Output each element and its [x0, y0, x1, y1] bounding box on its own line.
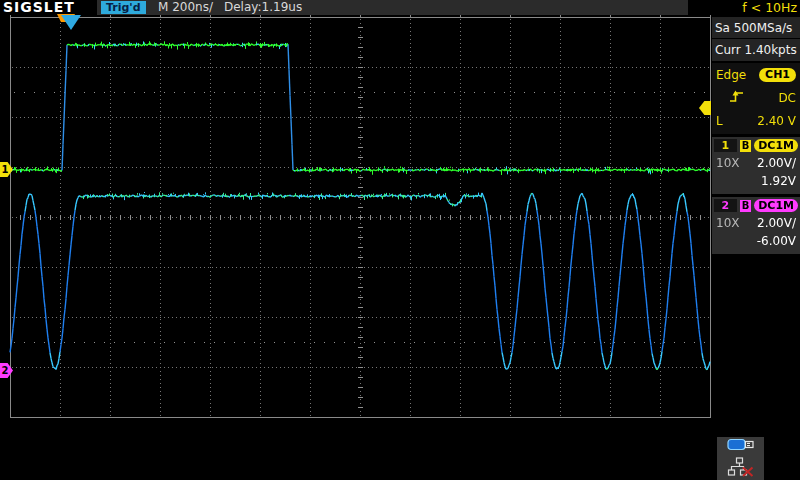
ch1-volts-per-div[interactable]: 2.00V/	[757, 156, 796, 170]
trigger-level-label: L	[716, 114, 723, 128]
waveform-display	[0, 0, 800, 480]
ch2-number-badge[interactable]: 2	[714, 199, 737, 212]
ch2-info-panel[interactable]: 2 B DC1M 10X 2.00V/ -6.00V	[712, 197, 800, 254]
ch1-bandwidth-icon: B	[740, 140, 751, 152]
usb-drive-icon	[727, 436, 755, 455]
oscilloscope-screen: SIGSLET Trig'd M 200ns/ Delay:1.19us f <…	[0, 0, 800, 480]
brand-logo: SIGSLET	[3, 0, 75, 15]
ch2-volts-per-div[interactable]: 2.00V/	[757, 216, 796, 230]
ch1-probe-factor: 10X	[716, 156, 740, 170]
ch1-marker-label: 1	[2, 164, 9, 175]
trigger-type-label: Edge	[716, 68, 746, 82]
ch1-number-badge[interactable]: 1	[714, 139, 737, 152]
ch1-offset-value[interactable]: 1.92V	[761, 174, 796, 188]
trigger-status-badge: Trig'd	[101, 1, 146, 14]
memory-depth-readout: Curr 1.40kpts	[712, 39, 800, 61]
trigger-source-badge[interactable]: CH1	[759, 68, 796, 82]
ch2-probe-factor: 10X	[716, 216, 740, 230]
ch2-coupling-badge[interactable]: DC1M	[754, 199, 798, 212]
ch2-offset-value[interactable]: -6.00V	[757, 234, 796, 248]
ch1-info-panel[interactable]: 1 B DC1M 10X 2.00V/ 1.92V	[712, 137, 800, 194]
top-status-bar: SIGSLET Trig'd M 200ns/ Delay:1.19us f <…	[0, 0, 800, 15]
ch2-bandwidth-icon: B	[740, 200, 751, 212]
status-icon-tray	[717, 437, 764, 480]
sample-rate-readout: Sa 500MSa/s	[712, 17, 800, 39]
frequency-counter: f < 10Hz	[742, 0, 797, 15]
ch2-marker-label: 2	[2, 365, 9, 376]
trigger-level-value[interactable]: 2.40 V	[757, 114, 796, 128]
trigger-coupling-label[interactable]: DC	[778, 91, 796, 105]
trigger-settings-panel[interactable]: Edge CH1 DC L 2.40 V	[712, 63, 800, 134]
rising-edge-icon[interactable]	[716, 89, 746, 107]
acquisition-panel: Sa 500MSa/s Curr 1.40kpts	[712, 17, 800, 61]
lan-disconnected-icon	[727, 457, 754, 480]
timebase-readout[interactable]: M 200ns/	[158, 0, 213, 15]
ch1-coupling-badge[interactable]: DC1M	[754, 139, 798, 152]
delay-readout[interactable]: Delay:1.19us	[224, 0, 302, 15]
